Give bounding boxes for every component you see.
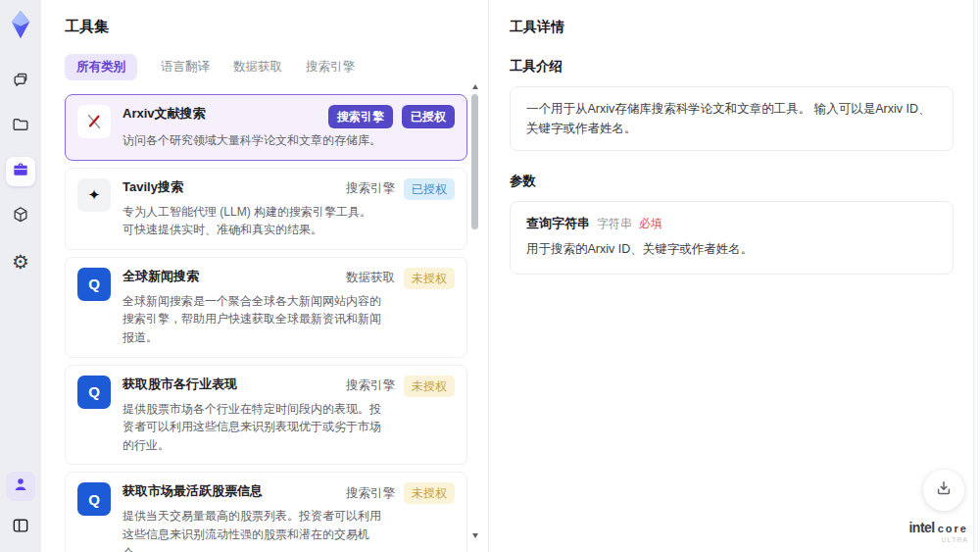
list-scrollbar[interactable]	[470, 84, 479, 538]
tavily-star-icon: ✦	[77, 178, 111, 212]
param-card: 查询字符串 字符串 必填 用于搜索的Arxiv ID、关键字或作者姓名。	[510, 201, 954, 275]
tab-search-engine[interactable]: 搜索引擎	[306, 54, 355, 80]
gear-icon: ⚙	[12, 252, 29, 272]
param-type: 字符串	[597, 216, 632, 232]
tool-card-most-active-stocks[interactable]: Q 获取市场最活跃股票信息 搜索引擎 未授权 提供当天交易量最高的股票列表。投资…	[65, 472, 467, 552]
arxiv-logo-icon	[77, 105, 111, 138]
tool-description: 专为人工智能代理 (LLM) 构建的搜索引擎工具。可快速提供实时、准确和真实的结…	[122, 203, 455, 239]
tool-name: Arxiv文献搜索	[122, 105, 206, 124]
intro-heading: 工具介绍	[510, 58, 954, 75]
sidebar-bottom	[6, 472, 35, 542]
category-label: 搜索引擎	[346, 485, 395, 502]
stock-search-blue-icon: Q	[77, 376, 111, 409]
briefcase-icon	[11, 160, 30, 183]
category-label: 搜索引擎	[346, 180, 395, 197]
download-icon	[934, 478, 954, 502]
status-badge: 已授权	[404, 178, 455, 200]
status-badge: 未授权	[404, 376, 455, 397]
brand-intel-text: intel	[908, 521, 934, 535]
tool-name: Tavily搜索	[122, 178, 183, 197]
tool-name: 获取股市各行业表现	[122, 376, 237, 394]
cube-icon	[11, 205, 30, 228]
tool-name: 获取市场最活跃股票信息	[122, 482, 263, 501]
tool-card-tavily[interactable]: ✦ Tavily搜索 搜索引擎 已授权 专为人工智能代理 (LLM) 构建的搜索…	[65, 168, 467, 250]
brand-core-text: core	[938, 523, 968, 534]
tool-card-sector-performance[interactable]: Q 获取股市各行业表现 搜索引擎 未授权 提供股票市场各个行业在特定时间段内的表…	[65, 365, 467, 466]
tool-description: 提供股票市场各个行业在特定时间段内的表现。投资者可以利用这些信息来识别表现优于或…	[122, 400, 455, 455]
tool-description: 提供当天交易量最高的股票列表。投资者可以利用这些信息来识别流动性强的股票和潜在的…	[122, 507, 455, 552]
param-description: 用于搜索的Arxiv ID、关键字或作者姓名。	[526, 240, 937, 259]
news-search-blue-icon: Q	[77, 268, 111, 301]
category-label: 搜索引擎	[346, 377, 395, 394]
tool-card-list: Arxiv文献搜索 搜索引擎 已授权 访问各个研究领域大量科学论文和文章的存储库…	[65, 94, 467, 552]
tool-card-global-news[interactable]: Q 全球新闻搜索 数据获取 未授权 全球新闻搜索是一个聚合全球各大新闻网站内容的…	[65, 257, 467, 358]
sidebar-item-account[interactable]	[6, 472, 35, 501]
scrollbar-up-arrow-icon[interactable]	[472, 84, 478, 89]
status-badge: 已授权	[402, 105, 455, 128]
sidebar-item-toolbox[interactable]	[6, 157, 35, 186]
folder-icon	[11, 115, 30, 138]
param-required-badge: 必填	[639, 216, 662, 232]
tool-description: 全球新闻搜索是一个聚合全球各大新闻网站内容的搜索引擎，帮助用户快速获取全球最新资…	[122, 292, 455, 347]
tool-card-arxiv[interactable]: Arxiv文献搜索 搜索引擎 已授权 访问各个研究领域大量科学论文和文章的存储库…	[65, 94, 467, 161]
sidebar-item-files[interactable]	[6, 112, 35, 141]
detail-title: 工具详情	[510, 19, 954, 36]
tool-description: 访问各个研究领域大量科学论文和文章的存储库。	[122, 131, 455, 150]
sidebar-item-panel-toggle[interactable]	[6, 513, 35, 542]
intel-core-logo: intel core ULTRA	[908, 521, 968, 544]
chat-icon	[11, 70, 30, 93]
scrollbar-thumb[interactable]	[471, 94, 478, 229]
params-heading: 参数	[510, 173, 954, 190]
user-icon	[11, 475, 30, 498]
page-title: 工具集	[65, 18, 467, 36]
category-tabs: 所有类别 语言翻译 数据获取 搜索引擎	[65, 54, 467, 80]
panel-toggle-icon	[11, 516, 30, 539]
tool-list-panel: 工具集 所有类别 语言翻译 数据获取 搜索引擎 Arxiv文献搜索 搜索引擎 已…	[41, 0, 489, 552]
category-badge: 搜索引擎	[328, 105, 393, 128]
brand-ultra-text: ULTRA	[908, 536, 968, 544]
tool-intro-box: 一个用于从Arxiv存储库搜索科学论文和文章的工具。 输入可以是Arxiv ID…	[510, 86, 954, 151]
stock-search-blue-icon: Q	[77, 482, 111, 516]
status-badge: 未授权	[404, 482, 455, 504]
scrollbar-down-arrow-icon[interactable]	[472, 533, 478, 538]
category-label: 数据获取	[346, 270, 395, 286]
tab-all-categories[interactable]: 所有类别	[65, 54, 137, 80]
app-sidebar: ⚙	[0, 0, 41, 552]
app-logo-icon	[4, 8, 37, 41]
param-name: 查询字符串	[526, 215, 590, 232]
sidebar-item-chat[interactable]	[6, 67, 35, 96]
right-scroll-gutter	[973, 0, 980, 552]
download-button[interactable]	[923, 470, 964, 511]
tab-data-acquisition[interactable]: 数据获取	[233, 54, 282, 80]
status-badge: 未授权	[404, 268, 455, 289]
sidebar-nav: ⚙	[6, 67, 35, 276]
tool-name: 全球新闻搜索	[122, 268, 199, 286]
sidebar-item-settings[interactable]: ⚙	[6, 247, 35, 276]
tool-detail-panel: 工具详情 工具介绍 一个用于从Arxiv存储库搜索科学论文和文章的工具。 输入可…	[490, 0, 973, 552]
sidebar-item-packages[interactable]	[6, 202, 35, 231]
tab-language-translation[interactable]: 语言翻译	[161, 54, 210, 80]
